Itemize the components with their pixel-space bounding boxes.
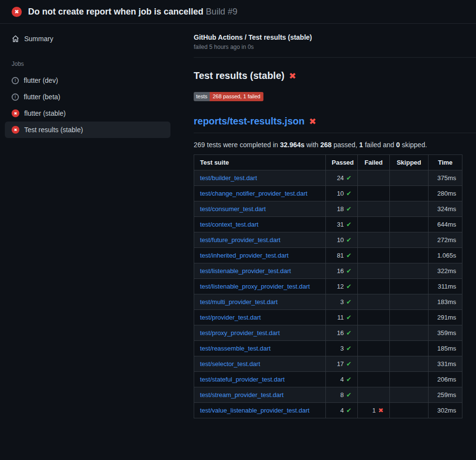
time-cell: 359ms: [429, 325, 462, 341]
suite-link[interactable]: test/provider_test.dart: [200, 314, 261, 321]
jobs-section-label: Jobs: [5, 58, 170, 70]
suite-link[interactable]: test/future_provider_test.dart: [200, 236, 280, 244]
time-cell: 185ms: [429, 341, 462, 356]
report-link[interactable]: reports/test-results.json: [194, 116, 305, 127]
table-row: test/reassemble_test.dart 3✔ 185ms: [194, 341, 462, 356]
section-title-text: Test results (stable): [194, 70, 284, 81]
build-title-text: Do not create report when job is cancell…: [28, 7, 203, 16]
time-cell: 280ms: [429, 186, 462, 201]
suite-link[interactable]: test/builder_test.dart: [200, 174, 257, 182]
suite-link[interactable]: test/reassemble_test.dart: [200, 345, 271, 352]
suite-cell: test/stream_provider_test.dart: [194, 387, 326, 403]
passed-cell: 81✔: [326, 248, 358, 263]
passed-count: 10: [337, 190, 344, 197]
table-row: test/builder_test.dart 24✔ 375ms: [194, 170, 462, 186]
suite-cell: test/reassemble_test.dart: [194, 341, 326, 356]
passed-count: 11: [338, 314, 344, 321]
table-row: test/future_provider_test.dart 10✔ 272ms: [194, 232, 462, 248]
time-cell: 183ms: [429, 294, 462, 310]
badge-value: 268 passed, 1 failed: [210, 92, 263, 101]
passed-cell: 12✔: [326, 279, 358, 294]
table-row: test/change_notifier_provider_test.dart …: [194, 186, 462, 201]
passed-cell: 24✔: [326, 170, 358, 186]
suite-link[interactable]: test/selector_test.dart: [200, 360, 260, 368]
table-row: test/stateful_provider_test.dart 4✔ 206m…: [194, 372, 462, 387]
passed-count: 31: [337, 221, 344, 228]
suite-link[interactable]: test/listenable_proxy_provider_test.dart: [200, 283, 310, 290]
check-icon: ✔: [346, 314, 352, 321]
results-table-body: test/builder_test.dart 24✔ 375ms test/ch…: [194, 170, 462, 418]
suite-cell: test/inherited_provider_test.dart: [194, 248, 326, 263]
summary-sentence: 269 tests were completed in 32.964s with…: [194, 141, 461, 149]
suite-link[interactable]: test/stream_provider_test.dart: [200, 391, 284, 399]
job-label: flutter (dev): [24, 77, 58, 84]
failed-cell: [358, 232, 390, 248]
report-title: reports/test-results.json ✖: [194, 116, 461, 127]
time-cell: 324ms: [429, 201, 462, 217]
suite-cell: test/listenable_proxy_provider_test.dart: [194, 279, 326, 294]
passed-count: 17: [337, 360, 344, 368]
jobs-nav: ! flutter (dev) ! flutter (beta) ✖ flutt…: [5, 72, 170, 138]
failed-cell: [358, 263, 390, 279]
sidebar: Summary Jobs ! flutter (dev) ! flutter (…: [5, 31, 175, 418]
suite-cell: test/change_notifier_provider_test.dart: [194, 186, 326, 201]
suite-cell: test/listenable_provider_test.dart: [194, 263, 326, 279]
suite-link[interactable]: test/change_notifier_provider_test.dart: [200, 190, 307, 197]
passed-cell: 3✔: [326, 294, 358, 310]
page-header: ✖ Do not create report when job is cance…: [0, 0, 476, 24]
build-number: Build #9: [206, 7, 237, 16]
failed-count: 1: [372, 407, 376, 414]
failed-cell: [358, 217, 390, 232]
skipped-cell: [390, 201, 429, 217]
suite-cell: test/selector_test.dart: [194, 356, 326, 372]
check-icon: ✔: [346, 298, 352, 306]
content-area: Summary Jobs ! flutter (dev) ! flutter (…: [0, 24, 476, 418]
skipped-cell: [390, 387, 429, 403]
sidebar-item-flutter-dev[interactable]: ! flutter (dev): [5, 72, 170, 89]
sidebar-item-test-results-stable[interactable]: ✖ Test results (stable): [5, 122, 170, 138]
suite-cell: test/consumer_test.dart: [194, 201, 326, 217]
passed-count: 24: [337, 174, 344, 182]
passed-count: 16: [337, 267, 344, 275]
check-icon: ✔: [346, 190, 352, 197]
job-label: flutter (stable): [24, 109, 66, 117]
time-cell: 375ms: [429, 170, 462, 186]
skipped-cell: [390, 356, 429, 372]
job-label: flutter (beta): [24, 93, 60, 101]
suite-link[interactable]: test/multi_provider_test.dart: [200, 298, 277, 306]
suite-link[interactable]: test/inherited_provider_test.dart: [200, 252, 289, 259]
failed-cell: [358, 387, 390, 403]
suite-link[interactable]: test/listenable_provider_test.dart: [200, 267, 291, 275]
job-label: Test results (stable): [24, 126, 83, 134]
x-icon: ✖: [378, 407, 384, 414]
skipped-cell: [390, 263, 429, 279]
suite-link[interactable]: test/value_listenable_provider_test.dart: [200, 407, 309, 414]
passed-count: 81: [337, 252, 344, 259]
failed-x-icon: ✖: [309, 116, 316, 126]
sidebar-item-flutter-stable[interactable]: ✖ flutter (stable): [5, 105, 170, 122]
suite-link[interactable]: test/stateful_provider_test.dart: [200, 376, 285, 383]
passed-count: 3: [340, 298, 344, 306]
time-cell: 331ms: [429, 356, 462, 372]
time-cell: 322ms: [429, 263, 462, 279]
check-icon: ✔: [346, 407, 352, 414]
table-row: test/listenable_provider_test.dart 16✔ 3…: [194, 263, 462, 279]
suite-cell: test/builder_test.dart: [194, 170, 326, 186]
page-title: Do not create report when job is cancell…: [28, 7, 237, 17]
passed-cell: 4✔: [326, 403, 358, 418]
x-glyph: ✖: [15, 9, 19, 15]
suite-link[interactable]: test/context_test.dart: [200, 221, 259, 228]
suite-link[interactable]: test/consumer_test.dart: [200, 205, 266, 213]
col-header-time: Time: [429, 155, 462, 170]
check-icon: ✔: [346, 360, 352, 368]
table-row: test/value_listenable_provider_test.dart…: [194, 403, 462, 418]
suite-link[interactable]: test/proxy_provider_test.dart: [200, 329, 280, 337]
skipped-cell: [390, 310, 429, 325]
passed-cell: 3✔: [326, 341, 358, 356]
col-header-passed: Passed: [326, 155, 358, 170]
passed-count: 4: [340, 407, 344, 414]
sidebar-item-flutter-beta[interactable]: ! flutter (beta): [5, 89, 170, 105]
failed-x-icon: ✖: [289, 71, 296, 81]
sidebar-item-summary[interactable]: Summary: [5, 31, 170, 47]
table-row: test/provider_test.dart 11✔ 291ms: [194, 310, 462, 325]
